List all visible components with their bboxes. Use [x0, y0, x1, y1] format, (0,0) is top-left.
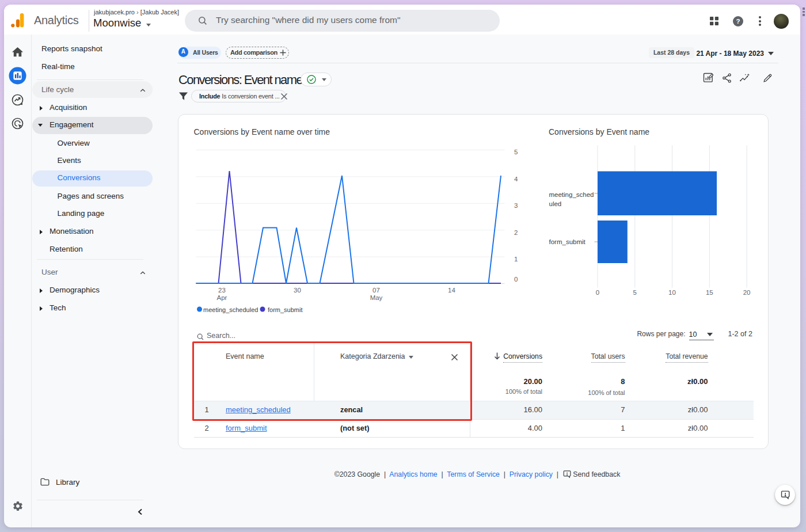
svg-text:meeting_scheduled: meeting_scheduled — [203, 306, 258, 313]
svg-text:5: 5 — [633, 288, 636, 295]
svg-text:30: 30 — [294, 286, 301, 293]
svg-text:15: 15 — [705, 288, 713, 295]
svg-text:0: 0 — [514, 275, 518, 282]
svg-text:form_submit: form_submit — [549, 238, 586, 245]
svg-text:Apr: Apr — [216, 294, 227, 301]
svg-text:May: May — [370, 294, 382, 301]
svg-text:0: 0 — [595, 288, 599, 295]
svg-text:3: 3 — [514, 202, 518, 209]
svg-text:20: 20 — [743, 288, 750, 295]
svg-text:meeting_sched: meeting_sched — [549, 191, 594, 198]
svg-text:1: 1 — [514, 256, 518, 263]
svg-text:form_submit: form_submit — [268, 306, 303, 313]
svg-text:4: 4 — [514, 175, 518, 182]
svg-text:uled: uled — [549, 200, 561, 207]
svg-text:07: 07 — [372, 286, 380, 293]
svg-text:14: 14 — [448, 286, 455, 293]
svg-text:10: 10 — [668, 288, 676, 295]
svg-text:23: 23 — [218, 286, 226, 293]
svg-text:5: 5 — [514, 148, 518, 155]
svg-text:2: 2 — [514, 229, 518, 235]
